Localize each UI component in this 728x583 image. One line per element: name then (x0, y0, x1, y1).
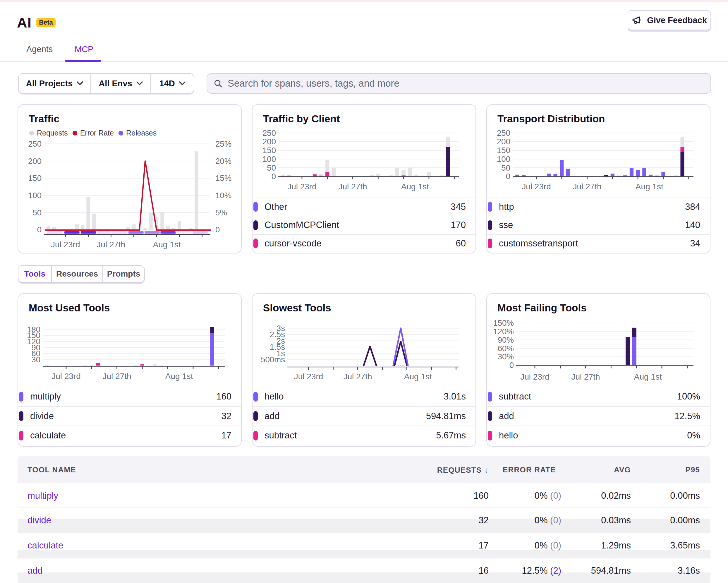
svg-text:Aug 1st: Aug 1st (401, 182, 429, 191)
svg-text:150: 150 (262, 146, 276, 155)
svg-text:Jul 27th: Jul 27th (97, 240, 125, 249)
svg-text:500ms: 500ms (261, 355, 285, 364)
svg-text:Aug 1st: Aug 1st (635, 182, 663, 191)
svg-text:20%: 20% (215, 157, 231, 166)
svg-text:50: 50 (32, 208, 42, 217)
svg-text:Jul 23rd: Jul 23rd (522, 182, 551, 191)
svg-text:Jul 23rd: Jul 23rd (520, 372, 549, 381)
svg-text:Aug 1st: Aug 1st (165, 372, 193, 381)
svg-text:250: 250 (28, 139, 42, 148)
svg-text:Jul 23rd: Jul 23rd (52, 372, 81, 381)
svg-text:50: 50 (501, 163, 510, 172)
svg-text:Jul 23rd: Jul 23rd (51, 240, 80, 249)
svg-text:150: 150 (497, 146, 510, 155)
svg-text:Jul 23rd: Jul 23rd (294, 372, 323, 381)
svg-text:250: 250 (497, 128, 510, 137)
svg-text:Jul 27th: Jul 27th (343, 372, 372, 381)
svg-text:200: 200 (497, 137, 510, 146)
svg-text:100: 100 (497, 154, 510, 163)
svg-text:Jul 27th: Jul 27th (339, 182, 367, 191)
svg-text:50: 50 (267, 163, 276, 172)
svg-text:60%: 60% (498, 344, 514, 353)
svg-text:Jul 23rd: Jul 23rd (287, 182, 317, 191)
svg-text:0: 0 (510, 360, 514, 370)
svg-text:0: 0 (37, 225, 42, 234)
svg-text:0: 0 (271, 172, 276, 181)
svg-text:25%: 25% (215, 139, 231, 148)
svg-text:100: 100 (262, 154, 276, 163)
svg-text:150: 150 (28, 174, 42, 183)
svg-text:Aug 1st: Aug 1st (404, 372, 432, 381)
svg-text:5%: 5% (215, 208, 227, 217)
svg-text:15%: 15% (215, 174, 231, 183)
svg-text:200: 200 (262, 137, 276, 146)
svg-text:200: 200 (28, 157, 42, 166)
svg-text:0: 0 (506, 172, 510, 181)
svg-text:Jul 27th: Jul 27th (573, 182, 602, 191)
svg-text:120%: 120% (493, 327, 514, 336)
svg-text:100: 100 (28, 191, 42, 200)
svg-text:30%: 30% (498, 352, 514, 361)
svg-text:Aug 1st: Aug 1st (153, 240, 181, 249)
svg-text:10%: 10% (215, 191, 231, 200)
svg-text:Aug 1st: Aug 1st (634, 372, 662, 381)
svg-text:Jul 27th: Jul 27th (103, 372, 131, 381)
svg-text:250: 250 (262, 128, 276, 137)
svg-text:30: 30 (31, 355, 41, 364)
svg-text:150%: 150% (493, 319, 514, 328)
svg-text:Jul 27th: Jul 27th (571, 372, 600, 381)
svg-text:90%: 90% (498, 335, 514, 345)
svg-text:0: 0 (215, 225, 220, 234)
